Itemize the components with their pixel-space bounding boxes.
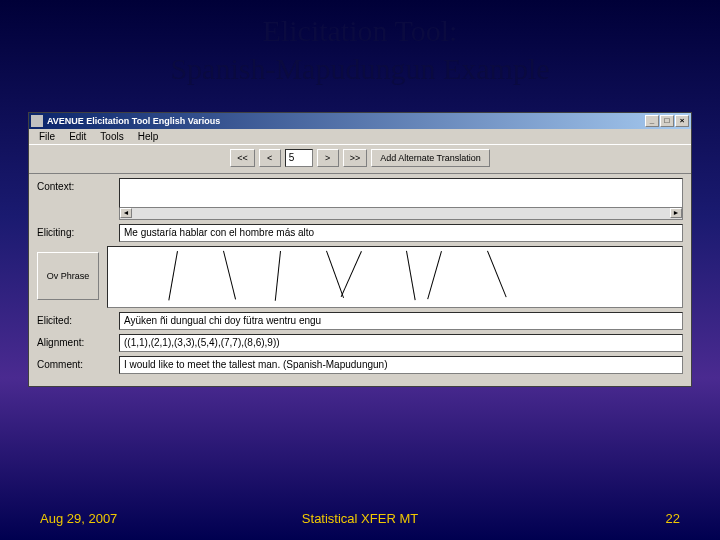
scroll-left-icon[interactable]: ◄ xyxy=(120,208,132,218)
app-icon xyxy=(31,115,43,127)
minimize-button[interactable]: _ xyxy=(645,115,659,127)
slide-footer: Aug 29, 2007 Statistical XFER MT 22 xyxy=(0,511,720,526)
elicited-label: Elicited: xyxy=(37,312,119,326)
footer-center: Statistical XFER MT xyxy=(302,511,418,526)
scroll-right-icon[interactable]: ► xyxy=(670,208,682,218)
alignment-canvas[interactable] xyxy=(107,246,683,308)
title-line-1: Elicitation Tool: xyxy=(263,14,458,47)
ov-phrase-button[interactable]: Ov Phrase xyxy=(37,252,99,300)
nav-last-button[interactable]: >> xyxy=(343,149,368,167)
comment-input[interactable]: I would like to meet the tallest man. (S… xyxy=(119,356,683,374)
window-title: AVENUE Elicitation Tool English Various xyxy=(47,116,645,126)
form-area: Context: ◄ ► Eliciting: Me gustaría habl… xyxy=(29,174,691,386)
row-eliciting: Eliciting: Me gustaría hablar con el hom… xyxy=(37,224,683,242)
row-elicited: Elicited: Ayüken ñi dungual chi doy fütr… xyxy=(37,312,683,330)
eliciting-label: Eliciting: xyxy=(37,224,119,238)
menubar: File Edit Tools Help xyxy=(29,129,691,144)
nav-first-button[interactable]: << xyxy=(230,149,255,167)
toolbar: << < 5 > >> Add Alternate Translation xyxy=(29,144,691,174)
window-controls: _ □ × xyxy=(645,115,689,127)
slide-title: Elicitation Tool: Spanish-Mapudungun Exa… xyxy=(0,0,720,95)
alignment-visual-row: Ov Phrase xyxy=(37,246,683,308)
menu-help[interactable]: Help xyxy=(132,130,165,143)
add-alternate-button[interactable]: Add Alternate Translation xyxy=(371,149,490,167)
menu-edit[interactable]: Edit xyxy=(63,130,92,143)
maximize-button[interactable]: □ xyxy=(660,115,674,127)
alignment-input[interactable]: ((1,1),(2,1),(3,3),(5,4),(7,7),(8,6),9)) xyxy=(119,334,683,352)
footer-date: Aug 29, 2007 xyxy=(40,511,117,526)
eliciting-input[interactable]: Me gustaría hablar con el hombre más alt… xyxy=(119,224,683,242)
context-input[interactable] xyxy=(119,178,683,208)
menu-file[interactable]: File xyxy=(33,130,61,143)
nav-next-button[interactable]: > xyxy=(317,149,339,167)
row-context: Context: ◄ ► xyxy=(37,178,683,220)
app-window: AVENUE Elicitation Tool English Various … xyxy=(28,112,692,387)
context-label: Context: xyxy=(37,178,119,192)
close-button[interactable]: × xyxy=(675,115,689,127)
nav-prev-button[interactable]: < xyxy=(259,149,281,167)
title-line-2: Spanish-Mapudungun Example xyxy=(170,52,549,85)
titlebar: AVENUE Elicitation Tool English Various … xyxy=(29,113,691,129)
alignment-label: Alignment: xyxy=(37,334,119,348)
page-number-input[interactable]: 5 xyxy=(285,149,313,167)
row-alignment: Alignment: ((1,1),(2,1),(3,3),(5,4),(7,7… xyxy=(37,334,683,352)
elicited-input[interactable]: Ayüken ñi dungual chi doy fütra wentru e… xyxy=(119,312,683,330)
context-scrollbar[interactable]: ◄ ► xyxy=(119,208,683,220)
row-comment: Comment: I would like to meet the talles… xyxy=(37,356,683,374)
comment-label: Comment: xyxy=(37,356,119,370)
footer-page: 22 xyxy=(666,511,680,526)
menu-tools[interactable]: Tools xyxy=(94,130,129,143)
